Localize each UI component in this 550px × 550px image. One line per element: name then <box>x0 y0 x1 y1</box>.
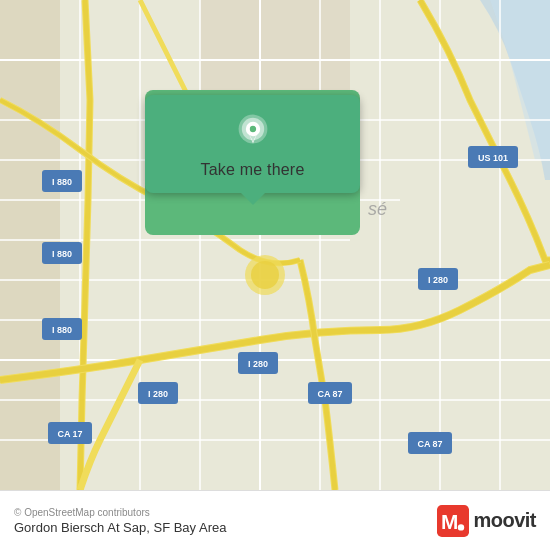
svg-text:M: M <box>441 510 458 533</box>
svg-text:I 280: I 280 <box>248 359 268 369</box>
svg-rect-2 <box>200 0 350 100</box>
svg-text:CA 17: CA 17 <box>57 429 82 439</box>
svg-text:CA 87: CA 87 <box>417 439 442 449</box>
bottom-info: © OpenStreetMap contributors Gordon Bier… <box>14 507 226 535</box>
moovit-logo: M moovit <box>437 505 536 537</box>
take-me-there-button[interactable]: Take me there <box>145 95 360 193</box>
svg-text:I 880: I 880 <box>52 177 72 187</box>
location-name: Gordon Biersch At Sap, SF Bay Area <box>14 520 226 535</box>
osm-credit: © OpenStreetMap contributors <box>14 507 226 518</box>
map-view: I 880 I 880 I 880 CA 17 I 280 I 280 I 28… <box>0 0 550 490</box>
popup-label: Take me there <box>201 161 305 179</box>
svg-text:I 280: I 280 <box>428 275 448 285</box>
svg-text:I 280: I 280 <box>148 389 168 399</box>
svg-text:US 101: US 101 <box>478 153 508 163</box>
svg-text:I 880: I 880 <box>52 249 72 259</box>
location-pin-icon <box>233 113 273 153</box>
svg-point-51 <box>458 524 464 530</box>
svg-point-22 <box>251 261 279 289</box>
svg-text:I 880: I 880 <box>52 325 72 335</box>
bottom-bar: © OpenStreetMap contributors Gordon Bier… <box>0 490 550 550</box>
svg-point-48 <box>249 126 255 132</box>
moovit-icon: M <box>437 505 469 537</box>
svg-text:sé: sé <box>368 199 387 219</box>
moovit-text: moovit <box>473 509 536 532</box>
svg-text:CA 87: CA 87 <box>317 389 342 399</box>
